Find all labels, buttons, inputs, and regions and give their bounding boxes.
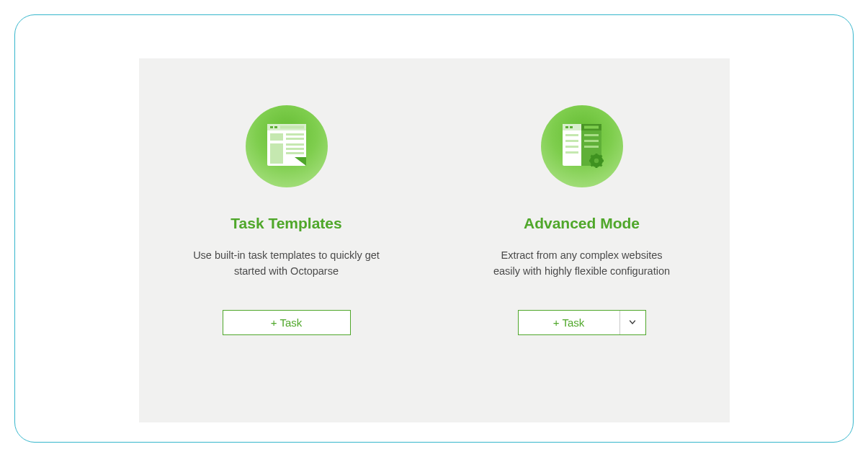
svg-point-27 <box>594 159 598 163</box>
svg-rect-6 <box>286 133 304 136</box>
svg-rect-17 <box>570 126 573 128</box>
advanced-mode-add-button[interactable]: + Task <box>519 311 619 334</box>
advanced-mode-add-split-button: + Task <box>518 310 646 335</box>
advanced-config-icon <box>541 105 623 187</box>
svg-rect-22 <box>565 151 578 154</box>
button-label: + Task <box>271 316 303 329</box>
svg-rect-16 <box>565 126 568 128</box>
content-frame: Task Templates Use built-in task templat… <box>14 14 854 443</box>
svg-rect-21 <box>565 146 578 148</box>
advanced-mode-description: Extract from any complex websites easily… <box>488 248 676 280</box>
svg-rect-25 <box>584 146 599 148</box>
svg-rect-24 <box>584 140 599 142</box>
advanced-mode-dropdown-button[interactable] <box>619 311 645 334</box>
svg-rect-29 <box>595 165 597 168</box>
button-label: + Task <box>553 316 585 329</box>
svg-rect-11 <box>286 152 304 154</box>
advanced-mode-title: Advanced Mode <box>524 215 640 232</box>
mode-selection-panel: Task Templates Use built-in task templat… <box>139 58 730 422</box>
task-templates-add-button[interactable]: + Task <box>223 310 351 335</box>
svg-rect-4 <box>280 126 304 129</box>
svg-rect-28 <box>595 154 597 156</box>
svg-rect-10 <box>286 148 304 150</box>
svg-rect-20 <box>565 140 578 142</box>
svg-rect-23 <box>584 134 599 136</box>
task-templates-card: Task Templates Use built-in task templat… <box>179 105 395 335</box>
svg-rect-9 <box>286 143 304 146</box>
svg-rect-31 <box>601 160 604 162</box>
advanced-mode-card: Advanced Mode Extract from any complex w… <box>474 105 690 335</box>
chevron-down-icon <box>628 318 637 327</box>
svg-rect-19 <box>565 134 578 136</box>
svg-rect-18 <box>584 126 599 129</box>
svg-rect-7 <box>286 138 304 140</box>
svg-rect-30 <box>589 160 592 162</box>
svg-rect-2 <box>270 126 273 128</box>
template-page-icon <box>246 105 328 187</box>
svg-rect-8 <box>270 143 283 164</box>
task-templates-title: Task Templates <box>231 215 341 232</box>
svg-rect-5 <box>270 133 283 141</box>
svg-rect-3 <box>274 126 277 128</box>
task-templates-description: Use built-in task templates to quickly g… <box>193 248 380 280</box>
